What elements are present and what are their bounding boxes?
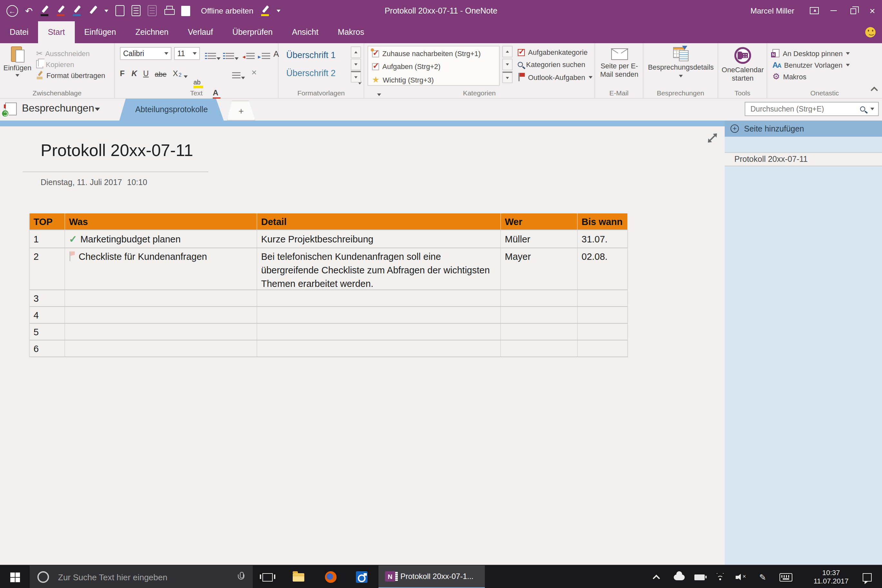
taskbar-search[interactable]: Zur Suche Text hier eingeben	[30, 566, 253, 588]
signed-in-user[interactable]: Marcel Miller	[750, 6, 794, 15]
close-button[interactable]: ×	[862, 0, 882, 21]
cell-bis[interactable]	[578, 340, 628, 357]
pen-black-icon[interactable]	[40, 5, 49, 16]
notebook-dropdown[interactable]: Besprechungen	[22, 102, 94, 114]
pen-red-icon[interactable]	[56, 5, 65, 16]
tab-ansicht[interactable]: Ansicht	[282, 21, 328, 43]
pen-blue-icon[interactable]	[72, 5, 81, 16]
add-page-button[interactable]: + Seite hinzufügen	[724, 121, 882, 136]
docked-view-icon[interactable]	[131, 5, 140, 16]
cell-top[interactable]: 1	[30, 230, 65, 248]
paste-button[interactable]: Einfügen	[3, 46, 32, 77]
microphone-icon[interactable]	[238, 572, 244, 582]
clear-x-icon[interactable]: ×	[252, 66, 256, 77]
table-row[interactable]: 2 Checkliste für Kundenanfragen Bei tele…	[30, 248, 627, 290]
email-page-button[interactable]: Seite per E- Mail senden	[595, 48, 644, 79]
start-button[interactable]	[0, 566, 30, 588]
pen-tray-button[interactable]: ✎	[754, 566, 771, 588]
tray-expand-button[interactable]	[648, 566, 665, 588]
pen-touch-icon[interactable]	[88, 5, 97, 16]
style-heading2[interactable]: Überschrift 2	[282, 64, 350, 81]
format-painter-button[interactable]: Format übertragen	[36, 71, 105, 79]
outlook-tasks-button[interactable]: Outlook-Aufgaben	[518, 73, 592, 81]
bullet-list-dropdown-icon[interactable]	[217, 57, 220, 60]
numbered-list-dropdown-icon[interactable]	[235, 57, 238, 60]
new-section-button[interactable]: +	[227, 100, 255, 121]
wifi-tray-button[interactable]	[712, 566, 729, 588]
search-icon[interactable]	[860, 106, 865, 111]
subscript-dropdown-icon[interactable]	[184, 75, 188, 78]
battery-tray-button[interactable]	[691, 566, 708, 588]
meeting-details-dropdown-icon[interactable]	[679, 75, 683, 77]
pin-to-desktop-dropdown-icon[interactable]	[846, 52, 850, 54]
tag-wichtig[interactable]: ★ Wichtig (Strg+3)	[372, 75, 434, 84]
table-row[interactable]: 6	[30, 340, 627, 357]
cell-wer[interactable]: Mayer	[501, 248, 578, 290]
onedrive-tray-button[interactable]	[670, 566, 687, 588]
custom-styles-dropdown-icon[interactable]	[846, 64, 849, 66]
meeting-details-button[interactable]: Besprechungsdetails	[644, 47, 718, 77]
numbered-list-button[interactable]	[223, 48, 238, 60]
taskbar-clock[interactable]: 10:37 11.07.2017	[810, 566, 852, 588]
cell-detail[interactable]: Bei telefonischen Kundenanfragen soll ei…	[257, 248, 501, 290]
cell-bis[interactable]	[578, 324, 628, 340]
tab-zeichnen[interactable]: Zeichnen	[126, 21, 178, 43]
increase-indent-button[interactable]: ▸	[258, 48, 270, 60]
font-size-dropdown-icon[interactable]	[193, 52, 196, 55]
tag-zuhause[interactable]: Zuhause nacharbeiten (Strg+1)	[372, 50, 481, 57]
pen-dropdown-icon[interactable]	[104, 9, 108, 12]
font-name-dropdown-icon[interactable]	[164, 52, 168, 55]
cell-detail[interactable]	[257, 324, 501, 340]
cell-wer[interactable]	[501, 290, 578, 306]
tags-scroll-up[interactable]	[502, 46, 513, 57]
cell-top[interactable]: 3	[30, 290, 65, 306]
qat-dropdown-icon[interactable]	[277, 9, 280, 12]
outlook-tasks-dropdown-icon[interactable]	[588, 76, 592, 78]
expand-page-icon[interactable]	[705, 130, 720, 145]
touch-keyboard-button[interactable]	[776, 566, 796, 588]
styles-scroll-down[interactable]	[351, 58, 361, 70]
paragraph-align-dropdown-icon[interactable]	[241, 77, 245, 79]
cell-wer[interactable]	[501, 340, 578, 357]
cell-detail[interactable]	[257, 290, 501, 306]
section-tab-abteilungsprotokolle[interactable]: Abteilungsprotokolle	[119, 99, 224, 121]
tags-scroll-down[interactable]	[502, 58, 513, 70]
find-tags-button[interactable]: Kategorien suchen	[518, 61, 585, 68]
font-size-combo[interactable]: 11	[174, 47, 200, 60]
cell-wer[interactable]	[501, 324, 578, 340]
subscript-button[interactable]: X2	[173, 66, 188, 78]
style-heading1[interactable]: Überschrift 1	[282, 46, 350, 63]
paste-dropdown-icon[interactable]	[15, 74, 20, 77]
macros-button[interactable]: ⚙ Makros	[772, 72, 806, 81]
underline-button[interactable]: U	[143, 66, 148, 78]
action-center-button[interactable]	[858, 566, 877, 588]
cell-was[interactable]: ✓Marketingbudget planen	[65, 230, 257, 248]
collapse-ribbon-button[interactable]	[872, 88, 877, 93]
volume-tray-button[interactable]: ×	[732, 566, 749, 588]
restore-button[interactable]	[843, 0, 862, 21]
page-title[interactable]: Protokoll 20xx-07-11	[40, 141, 193, 160]
styles-scroll-up[interactable]	[351, 46, 361, 58]
font-name-combo[interactable]: Calibri	[120, 47, 171, 60]
search-scope-dropdown-icon[interactable]	[870, 108, 874, 110]
table-row[interactable]: 4	[30, 306, 627, 323]
cell-was[interactable]	[65, 307, 257, 323]
favorite-pen-icon[interactable]	[261, 5, 270, 16]
table-row[interactable]: 5	[30, 323, 627, 340]
feedback-smiley-icon[interactable]	[865, 27, 876, 38]
cell-bis[interactable]	[578, 307, 628, 323]
tab-ueberpruefen[interactable]: Überprüfen	[223, 21, 282, 43]
cell-top[interactable]: 5	[30, 324, 65, 340]
undo-icon[interactable]: ↶	[25, 6, 33, 15]
onenote-taskbar-button[interactable]: N Protokoll 20xx-07-1...	[378, 566, 485, 588]
tab-makros[interactable]: Makros	[328, 21, 374, 43]
table-row[interactable]: 1 ✓Marketingbudget planen Kurze Projektb…	[30, 230, 627, 248]
page-canvas[interactable]: Protokoll 20xx-07-11 Dienstag, 11. Juli …	[0, 126, 724, 565]
tab-einfuegen[interactable]: Einfügen	[75, 21, 126, 43]
cell-wer[interactable]: Müller	[501, 230, 578, 248]
back-icon[interactable]: ←	[6, 5, 18, 16]
bullet-list-button[interactable]	[205, 48, 220, 60]
cell-bis[interactable]: 31.07.	[578, 230, 628, 248]
cell-top[interactable]: 2	[30, 248, 65, 290]
outlook-button[interactable]	[351, 566, 373, 588]
